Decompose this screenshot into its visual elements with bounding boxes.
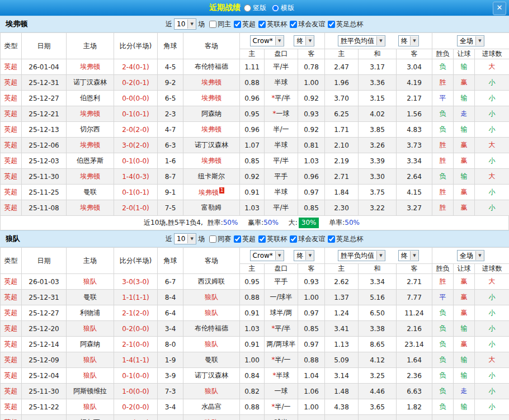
asia-odds-controls: Crow*▼ 终▼ xyxy=(240,33,325,49)
league-filter-checkbox[interactable] xyxy=(258,21,266,28)
odds-company-select[interactable]: Crow*▼ xyxy=(250,250,284,261)
league-filter-同主[interactable]: 同主 xyxy=(209,20,231,29)
match-row: 英超25-12-31诺丁汉森林0-2(0-1)9-2埃弗顿0.88半球1.001… xyxy=(1,75,509,91)
league-filter-checkbox[interactable] xyxy=(328,235,335,243)
euro-away-odds-cell: 2.71 xyxy=(397,274,432,290)
league-filter-checkbox[interactable] xyxy=(209,235,216,243)
away-team-cell: 埃弗顿 xyxy=(183,91,240,106)
asia-away-odds-cell: 0.92 xyxy=(298,91,325,106)
league-filter-checkbox[interactable] xyxy=(234,21,241,28)
result-cell: 负 xyxy=(432,368,454,384)
asia-away-odds-cell: 1.00 xyxy=(298,290,325,305)
handicap-cell: 平/半 xyxy=(265,59,298,75)
result-cell: 胜 xyxy=(432,185,454,200)
asia-away-odds-cell: 0.93 xyxy=(298,106,325,122)
home-team-cell: 埃弗顿 xyxy=(67,200,114,216)
chevron-down-icon: ▼ xyxy=(376,36,385,45)
scope-select[interactable]: 全场▼ xyxy=(457,35,484,46)
asia-final-select[interactable]: 终▼ xyxy=(294,35,314,46)
date-cell: 25-12-09 xyxy=(22,352,67,368)
league-filter-checkbox[interactable] xyxy=(209,21,216,28)
big-rate-label: 大: xyxy=(289,219,298,226)
euro-final-value: 终 xyxy=(401,36,408,46)
euro-final-value: 终 xyxy=(401,251,408,261)
euro-away-odds-cell: 6.63 xyxy=(397,384,432,399)
euro-final-select[interactable]: 终▼ xyxy=(398,250,419,261)
match-filters: 近 10▼ 场 同赛英超英联杯球会友谊英足总杯 xyxy=(166,233,363,244)
score-cell: 0-1(0-0) xyxy=(114,368,158,384)
away-team-cell: 诺丁汉森林 xyxy=(183,138,240,153)
result-cell: 负 xyxy=(432,384,454,399)
euro-draw-odds-cell: 3.26 xyxy=(359,138,397,153)
layout-option-vertical[interactable]: 竖版 xyxy=(244,3,266,13)
league-filter-英联杯[interactable]: 英联杯 xyxy=(258,20,287,29)
league-filter-checkbox[interactable] xyxy=(290,235,297,243)
league-filter-checkbox[interactable] xyxy=(328,21,335,28)
close-button[interactable]: ✕ xyxy=(493,2,506,15)
col-asia-home: 主 xyxy=(240,264,265,274)
league-filter-英足总杯[interactable]: 英足总杯 xyxy=(328,20,363,29)
recent-games-select[interactable]: 10▼ xyxy=(174,233,196,244)
handicap-result-cell: 输 xyxy=(454,352,475,368)
home-team-cell: 狼队 xyxy=(67,274,114,290)
euro-odds-controls: 胜平负均值▼ 终▼ xyxy=(325,33,432,49)
team-name: 狼队 xyxy=(6,234,20,244)
handicap-cell: *半球 xyxy=(265,368,298,384)
date-cell: 25-11-09 xyxy=(22,415,67,420)
league-cell: 英超 xyxy=(1,185,22,200)
handicap-cell: 两/两球半 xyxy=(265,337,298,352)
league-filter-label: 同主 xyxy=(218,20,231,29)
euro-final-select[interactable]: 终▼ xyxy=(398,35,419,46)
handicap-star: * xyxy=(273,371,276,379)
league-filter-英足总杯[interactable]: 英足总杯 xyxy=(328,234,363,244)
league-filter-checkbox[interactable] xyxy=(258,235,266,243)
league-filter-checkbox[interactable] xyxy=(290,21,297,28)
wolves-matches-table: 类型 日期 主场 比分(半场) 角球 客场 Crow*▼ 终▼ 胜平负均值▼ 终… xyxy=(0,247,509,420)
scope-select[interactable]: 全场▼ xyxy=(457,250,484,261)
league-filter-英超[interactable]: 英超 xyxy=(234,20,256,29)
odds-company-select[interactable]: Crow*▼ xyxy=(250,35,284,46)
euro-home-odds-cell: 1.37 xyxy=(325,290,359,305)
handicap-result-cell: 走 xyxy=(454,384,475,399)
horizontal-radio[interactable] xyxy=(272,4,279,12)
euro-draw-odds-cell: 3.15 xyxy=(359,91,397,106)
col-away: 客场 xyxy=(183,33,240,59)
wolves-section-header: 狼队 近 10▼ 场 同赛英超英联杯球会友谊英足总杯 xyxy=(0,230,509,247)
layout-option-horizontal[interactable]: 横版 xyxy=(272,3,294,13)
col-euro-home: 主 xyxy=(325,49,359,59)
col-asia-away: 客 xyxy=(298,49,325,59)
col-score: 比分(半场) xyxy=(114,33,158,59)
goals-result-cell: 小 xyxy=(475,185,509,200)
euro-avg-select[interactable]: 胜平负均值▼ xyxy=(338,250,385,261)
euro-home-odds-cell xyxy=(325,415,359,420)
league-filter-checkbox[interactable] xyxy=(234,235,241,243)
col-euro-home: 主 xyxy=(325,264,359,274)
league-filters: 同赛英超英联杯球会友谊英足总杯 xyxy=(206,234,363,244)
asia-final-select[interactable]: 终▼ xyxy=(294,250,314,261)
corners-cell: 6-3 xyxy=(158,138,183,153)
match-row: 英超25-11-30阿斯顿维拉1-0(0-0)7-3狼队0.82一球1.061.… xyxy=(1,384,509,399)
league-filter-同赛[interactable]: 同赛 xyxy=(209,234,231,244)
league-filter-球会友谊[interactable]: 球会友谊 xyxy=(290,234,325,244)
scope-controls: 全场▼ xyxy=(432,248,509,264)
away-team-cell: 狼队 xyxy=(183,415,240,420)
date-cell: 25-12-03 xyxy=(22,153,67,169)
result-cell: 负 xyxy=(432,321,454,337)
handicap-result-cell: 赢 xyxy=(454,290,475,305)
league-filter-英超[interactable]: 英超 xyxy=(234,234,256,244)
euro-home-odds-cell: 2.71 xyxy=(325,169,359,185)
corners-cell: 2-3 xyxy=(158,106,183,122)
handicap-cell: 半球 xyxy=(265,138,298,153)
handicap-result-cell: 赢 xyxy=(454,305,475,321)
recent-games-select[interactable]: 10▼ xyxy=(174,18,196,30)
col-away: 客场 xyxy=(183,248,240,274)
vertical-radio[interactable] xyxy=(244,4,251,12)
scope-value: 全场 xyxy=(460,36,473,46)
handicap-cell: *半/一 xyxy=(265,352,298,368)
league-filter-球会友谊[interactable]: 球会友谊 xyxy=(290,20,325,29)
match-row: 英超25-12-31曼联1-1(1-1)8-4狼队0.88一/球半1.001.3… xyxy=(1,290,509,305)
league-filter-英联杯[interactable]: 英联杯 xyxy=(258,234,287,244)
euro-avg-select[interactable]: 胜平负均值▼ xyxy=(338,35,385,46)
result-cell: 平 xyxy=(432,290,454,305)
col-euro-draw: 和 xyxy=(359,264,397,274)
